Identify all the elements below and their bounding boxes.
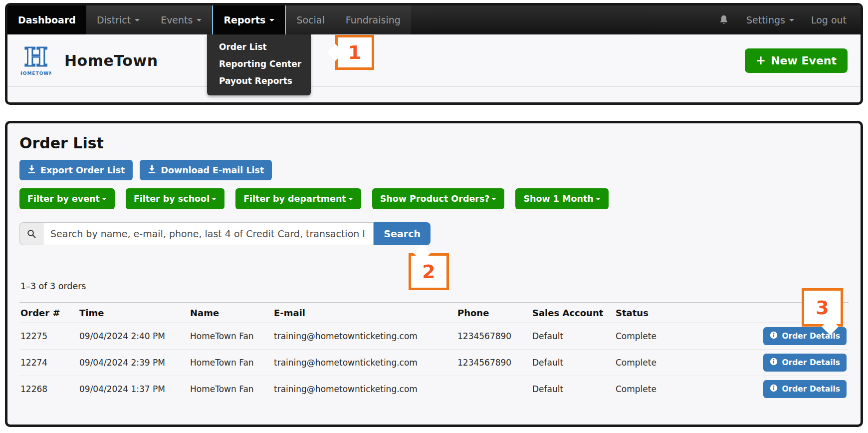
info-icon [770, 384, 778, 394]
info-icon [770, 331, 778, 341]
cell-order: 12275 [19, 323, 78, 350]
button-label: Order Details [782, 385, 840, 394]
nav-item-social[interactable]: Social [286, 5, 335, 34]
nav-item-district[interactable]: District [86, 5, 150, 34]
hometown-logo: H HOMETOWN [20, 44, 51, 77]
order-details-button[interactable]: Order Details [763, 380, 847, 398]
header-divider [7, 86, 861, 87]
nav-label: Social [296, 14, 324, 25]
export-order-list-button[interactable]: Export Order List [19, 160, 133, 180]
show-product-orders-button[interactable]: Show Product Orders? [372, 188, 505, 209]
nav-label: Fundraising [346, 14, 401, 25]
main-navbar: Dashboard District Events Reports Social… [7, 5, 861, 34]
col-email: E-mail [273, 303, 456, 323]
cell-phone: 1234567890 [456, 323, 531, 350]
nav-item-reports[interactable]: Reports [212, 5, 286, 34]
button-label: Filter by event [27, 194, 100, 204]
search-group: Search [19, 222, 431, 245]
filter-button-row: Filter by event Filter by school Filter … [19, 188, 849, 209]
col-name: Name [189, 303, 273, 323]
cell-account: Default [531, 323, 615, 350]
callout-number: 1 [348, 41, 361, 63]
brand-title: HomeTown [64, 52, 158, 69]
col-phone: Phone [456, 303, 531, 323]
top-panel: Dashboard District Events Reports Social… [5, 3, 863, 105]
button-label: Filter by school [134, 194, 210, 204]
nav-item-fundraising[interactable]: Fundraising [335, 5, 411, 34]
filter-by-school-button[interactable]: Filter by school [126, 188, 224, 209]
nav-item-logout[interactable]: Log out [811, 14, 847, 25]
annotation-callout-2: 2 [409, 253, 449, 290]
filter-by-department-button[interactable]: Filter by department [235, 188, 361, 209]
cell-time: 09/04/2024 1:37 PM [78, 376, 189, 403]
caret-down-icon [135, 19, 140, 21]
table-header-row: Order # Time Name E-mail Phone Sales Acc… [19, 303, 849, 323]
col-time: Time [78, 303, 189, 323]
table-row: 12275 09/04/2024 2:40 PM HomeTown Fan tr… [19, 323, 849, 350]
caret-down-icon [348, 198, 353, 200]
cell-status: Complete [615, 323, 690, 350]
caret-down-icon [102, 198, 107, 200]
cell-order: 12268 [19, 376, 78, 403]
caret-down-icon [789, 19, 794, 21]
search-input[interactable] [43, 222, 374, 245]
cell-account: Default [531, 350, 615, 376]
menu-item-payout-reports[interactable]: Payout Reports [207, 72, 311, 89]
order-list-panel: Order List Export Order List Download E-… [5, 121, 863, 427]
bell-icon[interactable] [718, 14, 729, 25]
cell-order: 12274 [19, 350, 78, 376]
download-icon [27, 165, 36, 175]
nav-item-events[interactable]: Events [150, 5, 212, 34]
cell-email: training@hometownticketing.com [273, 376, 456, 403]
orders-table: Order # Time Name E-mail Phone Sales Acc… [19, 302, 849, 402]
download-icon [148, 165, 156, 175]
button-label: Export Order List [40, 165, 125, 175]
button-label: Download E-mail List [161, 165, 264, 175]
filter-by-event-button[interactable]: Filter by event [19, 188, 115, 209]
page-title: Order List [19, 134, 849, 152]
button-label: Show 1 Month [523, 194, 593, 204]
new-event-button[interactable]: + New Event [745, 48, 848, 73]
button-label: Filter by department [243, 194, 346, 204]
cell-time: 09/04/2024 2:40 PM [78, 323, 189, 350]
brand-header: H HOMETOWN HomeTown + New Event [7, 34, 861, 86]
caret-down-icon [212, 198, 217, 200]
order-details-button[interactable]: Order Details [763, 354, 847, 372]
nav-label: Events [161, 14, 193, 25]
col-sales-account: Sales Account [531, 303, 615, 323]
search-icon [19, 222, 43, 245]
menu-item-reporting-center[interactable]: Reporting Center [207, 55, 311, 72]
caret-down-icon [596, 198, 601, 200]
table-row: 12268 09/04/2024 1:37 PM HomeTown Fan tr… [19, 376, 849, 403]
new-event-label: New Event [771, 54, 837, 67]
cell-account: Default [531, 376, 615, 403]
cell-status: Complete [615, 350, 690, 376]
reports-dropdown-menu: Order List Reporting Center Payout Repor… [207, 34, 311, 95]
caret-down-icon [269, 19, 274, 21]
callout-number: 2 [422, 261, 435, 283]
menu-item-order-list[interactable]: Order List [207, 38, 311, 55]
cell-name: HomeTown Fan [189, 350, 273, 376]
cell-name: HomeTown Fan [189, 376, 273, 403]
logo-letter: H [24, 44, 47, 72]
cell-phone [456, 376, 531, 403]
show-1-month-button[interactable]: Show 1 Month [515, 188, 608, 209]
plus-icon: + [756, 54, 766, 66]
col-order: Order # [19, 303, 78, 323]
cell-email: training@hometownticketing.com [273, 350, 456, 376]
nav-item-settings[interactable]: Settings [746, 14, 794, 25]
download-email-list-button[interactable]: Download E-mail List [140, 160, 272, 180]
nav-label: Log out [811, 14, 847, 25]
col-status: Status [615, 303, 690, 323]
nav-label: Dashboard [18, 14, 76, 25]
logo-word: HOMETOWN [20, 71, 51, 76]
info-icon [770, 358, 778, 368]
nav-item-dashboard[interactable]: Dashboard [7, 5, 86, 34]
navbar-right-group: Settings Log out [718, 5, 861, 34]
cell-phone: 1234567890 [456, 350, 531, 376]
nav-label: District [97, 14, 131, 25]
cell-status: Complete [615, 376, 690, 403]
button-label: Order Details [782, 358, 840, 367]
search-button[interactable]: Search [374, 222, 431, 245]
nav-label: Settings [746, 14, 785, 25]
